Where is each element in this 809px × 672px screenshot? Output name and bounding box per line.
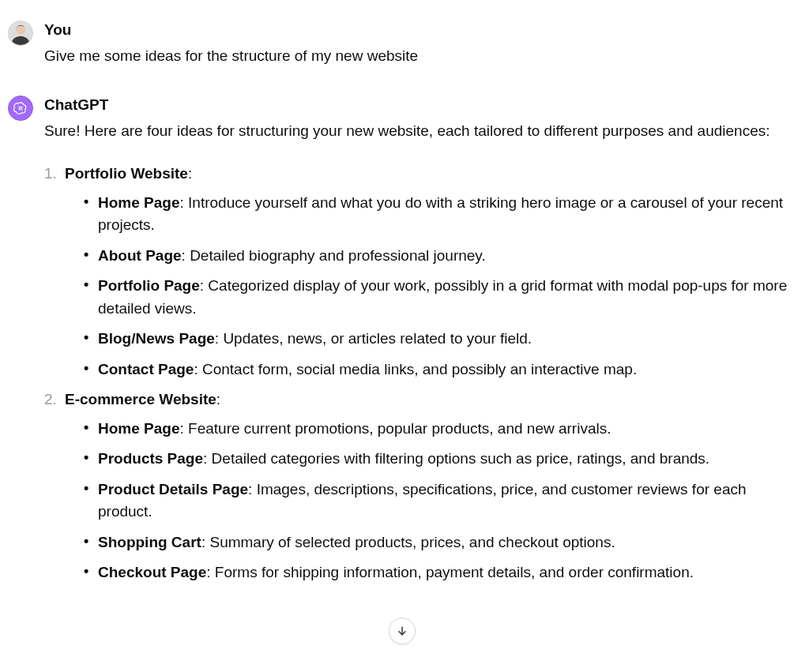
page-item: Home Page: Feature current promotions, p… [84, 418, 801, 441]
pages-list: Home Page: Introduce yourself and what y… [65, 192, 801, 381]
user-avatar-icon [9, 21, 32, 45]
page-desc: Updates, news, or articles related to yo… [223, 330, 532, 347]
page-name: Checkout Page [98, 564, 206, 580]
page-name: Contact Page [98, 361, 194, 377]
page-desc: Feature current promotions, popular prod… [188, 420, 611, 437]
page-name: About Page [98, 247, 182, 264]
idea-title: Portfolio Website [65, 165, 188, 182]
page-item: About Page: Detailed biography and profe… [84, 245, 801, 268]
arrow-down-icon [396, 625, 408, 637]
page-item: Shopping Cart: Summary of selected produ… [84, 531, 801, 554]
page-item: Blog/News Page: Updates, news, or articl… [84, 328, 801, 351]
assistant-intro: Sure! Here are four ideas for structurin… [44, 120, 801, 143]
page-desc: Detailed categories with filtering optio… [212, 450, 710, 467]
user-name: You [44, 19, 801, 42]
page-item: Checkout Page: Forms for shipping inform… [84, 561, 801, 584]
page-name: Blog/News Page [98, 330, 215, 347]
page-item: Products Page: Detailed categories with … [84, 448, 801, 471]
assistant-message: ChatGPT Sure! Here are four ideas for st… [8, 94, 801, 592]
page-desc: Summary of selected products, prices, an… [209, 534, 615, 550]
assistant-name: ChatGPT [44, 94, 801, 117]
page-item: Portfolio Page: Categorized display of y… [84, 275, 801, 320]
page-name: Portfolio Page [98, 277, 200, 294]
idea-item: E-commerce Website:Home Page: Feature cu… [44, 389, 801, 584]
page-desc: Contact form, social media links, and po… [202, 361, 637, 377]
page-name: Products Page [98, 450, 203, 467]
page-desc: Detailed biography and professional jour… [190, 247, 486, 264]
idea-title: E-commerce Website [65, 391, 216, 407]
scroll-down-button[interactable] [389, 618, 416, 644]
ideas-list: Portfolio Website:Home Page: Introduce y… [44, 163, 801, 584]
page-desc: Introduce yourself and what you do with … [98, 194, 783, 234]
user-message: You Give me some ideas for the structure… [8, 19, 801, 67]
page-item: Home Page: Introduce yourself and what y… [84, 192, 801, 237]
idea-item: Portfolio Website:Home Page: Introduce y… [44, 163, 801, 381]
page-name: Home Page [98, 420, 179, 437]
svg-point-3 [16, 25, 24, 34]
page-name: Shopping Cart [98, 534, 201, 550]
page-name: Product Details Page [98, 481, 248, 497]
page-item: Contact Page: Contact form, social media… [84, 359, 801, 381]
user-text: Give me some ideas for the structure of … [44, 45, 801, 68]
user-avatar [8, 21, 33, 46]
openai-logo-icon [13, 100, 28, 116]
page-name: Home Page [98, 194, 179, 211]
page-item: Product Details Page: Images, descriptio… [84, 479, 801, 524]
page-desc: Forms for shipping information, payment … [215, 564, 694, 580]
assistant-avatar [8, 96, 33, 121]
page-desc: Categorized display of your work, possib… [98, 277, 787, 317]
pages-list: Home Page: Feature current promotions, p… [65, 418, 801, 584]
